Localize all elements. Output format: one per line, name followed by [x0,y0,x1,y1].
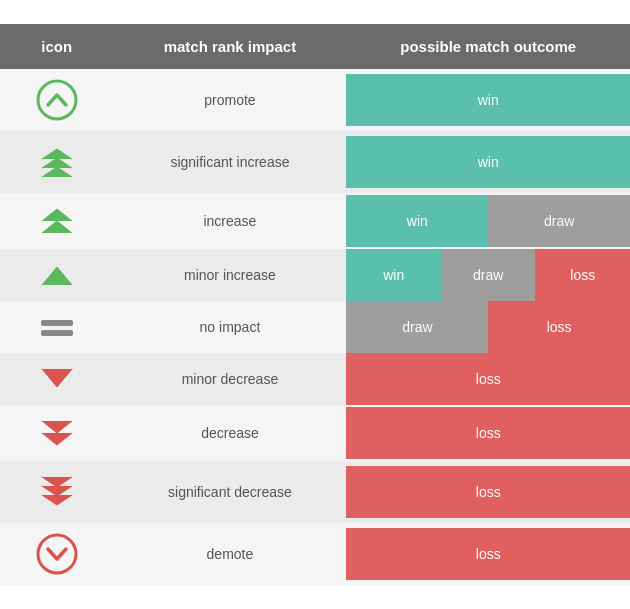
icon-cell-minor-decrease [0,353,113,405]
rank-cell-significant-increase: significant increase [113,131,346,193]
outcome-box-loss-demote: loss [346,528,630,580]
outcome-cell-minor-increase: windrawloss [346,249,630,301]
demote-icon [36,533,78,575]
svg-point-3 [38,535,76,573]
triple-chevron-up-icon [38,141,76,183]
outcome-box-draw-increase: draw [488,195,630,247]
rank-cell-promote: promote [113,69,346,131]
header-rank-impact: match rank impact [113,24,346,69]
promote-icon [36,79,78,121]
icon-cell-minor-increase [0,249,113,301]
single-chevron-down-icon [38,365,76,393]
icon-cell-promote [0,69,113,131]
rank-cell-minor-decrease: minor decrease [113,353,346,405]
table-row-decrease: decreaseloss [0,405,630,461]
outcome-cell-demote: loss [346,523,630,585]
rank-cell-minor-increase: minor increase [113,249,346,301]
double-chevron-up-icon [38,203,76,239]
svg-point-0 [38,81,76,119]
svg-rect-2 [41,330,73,336]
outcome-cell-significant-increase: win [346,131,630,193]
triple-chevron-down-icon [38,471,76,513]
rank-cell-no-impact: no impact [113,301,346,353]
outcome-box-loss-no-impact: loss [488,301,630,353]
icon-cell-no-impact [0,301,113,353]
outcome-box-win-significant-increase: win [346,136,630,188]
equals-icon [39,318,75,338]
header-icon: icon [0,24,113,69]
svg-rect-1 [41,320,73,326]
outcome-box-draw-minor-increase: draw [441,249,536,301]
outcome-cell-no-impact: drawloss [346,301,630,353]
icon-cell-significant-increase [0,131,113,193]
icon-cell-decrease [0,405,113,461]
header-outcome: possible match outcome [346,24,630,69]
outcome-cell-minor-decrease: loss [346,353,630,405]
outcome-box-loss-minor-increase: loss [535,249,630,301]
table-row-minor-increase: minor increasewindrawloss [0,249,630,301]
icon-cell-significant-decrease [0,461,113,523]
rank-cell-decrease: decrease [113,405,346,461]
rank-cell-demote: demote [113,523,346,585]
table-row-demote: demoteloss [0,523,630,585]
double-chevron-down-icon [38,415,76,451]
outcome-box-win-minor-increase: win [346,249,441,301]
outcome-cell-increase: windraw [346,193,630,249]
single-chevron-up-icon [38,261,76,289]
outcome-box-win-increase: win [346,195,488,247]
outcome-cell-decrease: loss [346,405,630,461]
table-row-increase: increasewindraw [0,193,630,249]
table-row-no-impact: no impactdrawloss [0,301,630,353]
icon-cell-demote [0,523,113,585]
table-row-significant-increase: significant increasewin [0,131,630,193]
table-row-promote: promotewin [0,69,630,131]
outcome-box-draw-no-impact: draw [346,301,488,353]
outcome-cell-significant-decrease: loss [346,461,630,523]
rank-cell-increase: increase [113,193,346,249]
table-row-significant-decrease: significant decreaseloss [0,461,630,523]
outcome-box-loss-minor-decrease: loss [346,353,630,405]
icon-cell-increase [0,193,113,249]
table-row-minor-decrease: minor decreaseloss [0,353,630,405]
outcome-box-win-promote: win [346,74,630,126]
rank-impact-table: icon match rank impact possible match ou… [0,24,630,585]
outcome-box-loss-significant-decrease: loss [346,466,630,518]
outcome-box-loss-decrease: loss [346,407,630,459]
rank-cell-significant-decrease: significant decrease [113,461,346,523]
outcome-cell-promote: win [346,69,630,131]
